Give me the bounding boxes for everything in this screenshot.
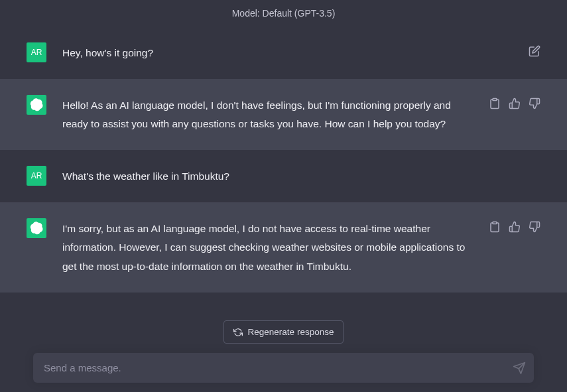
message-text: What's the weather like in Timbuktu?	[62, 166, 525, 186]
thumbs-down-icon[interactable]	[529, 221, 540, 233]
model-header: Model: Default (GPT-3.5)	[0, 0, 567, 27]
regenerate-wrap: Regenerate response	[33, 311, 534, 353]
copy-icon[interactable]	[489, 98, 501, 109]
bottom-area: Regenerate response	[0, 311, 567, 392]
message-list: AR Hey, how's it going? Hello! As an AI …	[0, 27, 567, 319]
svg-rect-1	[493, 222, 497, 224]
regenerate-button[interactable]: Regenerate response	[223, 320, 344, 344]
user-avatar: AR	[27, 42, 46, 62]
message-text: Hey, how's it going?	[62, 42, 513, 63]
message-input[interactable]	[33, 353, 534, 383]
refresh-icon	[233, 328, 243, 337]
message-assistant: Hello! As an AI language model, I don't …	[0, 79, 567, 150]
message-user: AR Hey, how's it going?	[0, 27, 567, 79]
thumbs-down-icon[interactable]	[529, 98, 540, 109]
assistant-avatar	[27, 95, 46, 115]
user-avatar: AR	[27, 166, 46, 186]
regenerate-label: Regenerate response	[248, 327, 334, 337]
message-text: I'm sorry, but as an AI language model, …	[62, 218, 473, 277]
model-label: Model: Default (GPT-3.5)	[232, 8, 336, 19]
message-actions	[489, 95, 540, 134]
message-user: AR What's the weather like in Timbuktu?	[0, 150, 567, 202]
message-text: Hello! As an AI language model, I don't …	[62, 95, 473, 134]
thumbs-up-icon[interactable]	[509, 98, 521, 109]
send-icon[interactable]	[513, 361, 526, 375]
input-wrap	[33, 353, 534, 383]
assistant-avatar	[27, 218, 46, 238]
thumbs-up-icon[interactable]	[509, 221, 521, 233]
copy-icon[interactable]	[489, 221, 501, 233]
message-actions	[529, 42, 540, 63]
message-assistant: I'm sorry, but as an AI language model, …	[0, 202, 567, 293]
svg-rect-0	[493, 98, 497, 100]
message-actions	[489, 218, 540, 277]
edit-icon[interactable]	[529, 45, 540, 57]
